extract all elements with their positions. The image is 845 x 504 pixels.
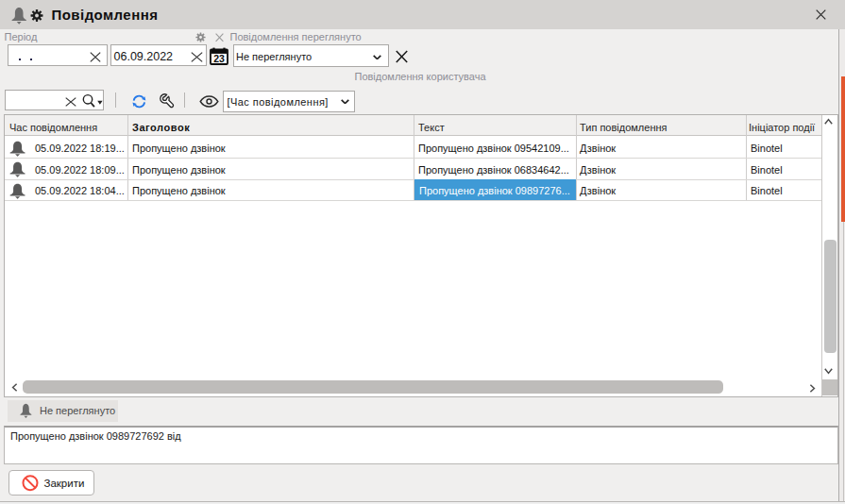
svg-text:23: 23 <box>213 52 225 63</box>
